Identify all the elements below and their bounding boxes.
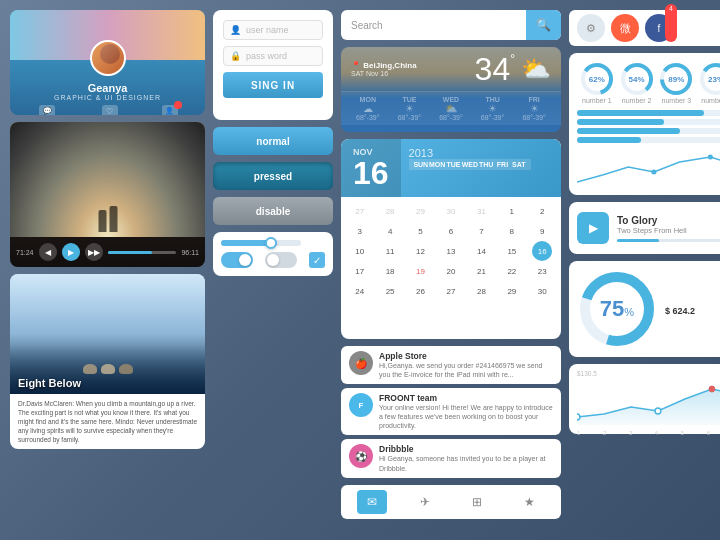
music-info: To Glory Two Steps From Hell — [617, 215, 720, 242]
signin-button[interactable]: SING IN — [223, 72, 323, 98]
notification-apple[interactable]: 🍎 Apple Store Hi,Geanya. we send you ord… — [341, 346, 561, 384]
search-input[interactable]: Search — [351, 20, 526, 31]
column-2: 👤 user name 🔒 pass word SING IN normal p… — [213, 10, 333, 530]
bar-fill-1 — [577, 110, 704, 116]
cal-cell-2-2[interactable]: 12 — [411, 241, 431, 261]
weather-card: 📍 BeiJing,China SAT Nov 16 34° ⛅ — [341, 47, 561, 132]
cal-cell-4-1[interactable]: 25 — [380, 281, 400, 301]
notification-dribbble[interactable]: ⚽ Dribbble Hi Geanya, someone has invite… — [341, 439, 561, 477]
bar-fill-4 — [577, 137, 641, 143]
search-button[interactable]: 🔍 — [526, 10, 561, 40]
cal-cell-1-0[interactable]: 3 — [350, 221, 370, 241]
cal-cell-2-5[interactable]: 15 — [502, 241, 522, 261]
video-progress[interactable] — [108, 251, 177, 254]
cal-cell-0-2[interactable]: 29 — [411, 201, 431, 221]
cal-cell-4-6[interactable]: 30 — [532, 281, 552, 301]
notifications: 🍎 Apple Store Hi,Geanya. we send you ord… — [341, 346, 561, 478]
username-placeholder: user name — [246, 25, 289, 35]
tab-mail[interactable]: ✉ — [357, 490, 387, 514]
notif-apple-content: Apple Store Hi,Geanya. we send you order… — [379, 351, 553, 379]
cal-cell-3-6[interactable]: 23 — [532, 261, 552, 281]
music-progress-bar[interactable] — [617, 239, 720, 242]
cal-cell-1-4[interactable]: 7 — [471, 221, 491, 241]
cal-cell-2-4[interactable]: 14 — [471, 241, 491, 261]
normal-button[interactable]: normal — [213, 127, 333, 155]
fb-wrapper: f 4 — [645, 14, 677, 42]
cal-cell-0-1[interactable]: 28 — [380, 201, 400, 221]
social-icons: ⚙ 微 f 4 — [569, 10, 720, 46]
movie-image: Eight Below — [10, 274, 205, 394]
music-play-button[interactable]: ▶ — [577, 212, 609, 244]
slider[interactable] — [221, 240, 301, 246]
settings-button[interactable]: ⚙ — [577, 14, 605, 42]
total-time: 96:11 — [181, 249, 199, 256]
heart-icon — [102, 105, 118, 115]
cal-week-0: 27 28 29 30 31 1 2 — [345, 201, 557, 221]
big-donut-card: 75% $ 624.2 — [569, 261, 720, 357]
x-label-2: 2 — [603, 430, 606, 436]
cal-cell-1-5[interactable]: 8 — [502, 221, 522, 241]
cal-cell-4-4[interactable]: 28 — [471, 281, 491, 301]
disable-button: disable — [213, 197, 333, 225]
dow-sat: SAT — [511, 161, 527, 168]
notif-froont-content: FROONT team Your online version! Hi ther… — [379, 393, 553, 430]
cal-cell-4-0[interactable]: 24 — [350, 281, 370, 301]
calendar-header: NOV 16 2013 SUN MON TUE WED THU FRI SAT — [341, 139, 561, 197]
cal-cell-4-2[interactable]: 26 — [411, 281, 431, 301]
cal-cell-3-0[interactable]: 17 — [350, 261, 370, 281]
cal-cell-0-0[interactable]: 27 — [350, 201, 370, 221]
bar-track-4 — [577, 137, 720, 143]
profile-title: GRAPHIC & UI DESIGNER — [10, 94, 205, 101]
tab-send[interactable]: ✈ — [410, 490, 440, 514]
tab-grid[interactable]: ⊞ — [462, 490, 492, 514]
svg-point-15 — [577, 414, 580, 420]
cal-cell-4-5[interactable]: 29 — [502, 281, 522, 301]
cal-cell-0-4[interactable]: 31 — [471, 201, 491, 221]
cal-cell-3-5[interactable]: 22 — [502, 261, 522, 281]
cal-cell-1-1[interactable]: 4 — [380, 221, 400, 241]
cal-cell-today[interactable]: 16 — [532, 241, 552, 261]
donut-1-label: number 1 — [579, 97, 615, 104]
message-icon — [39, 105, 55, 115]
slider-fill — [221, 240, 269, 246]
checkbox[interactable]: ✓ — [309, 252, 325, 268]
username-field[interactable]: 👤 user name — [223, 20, 323, 40]
profile-card: Geanya GRAPHIC & UI DESIGNER 1245 521 26… — [10, 10, 205, 115]
video-figures — [98, 206, 117, 232]
cal-cell-0-5[interactable]: 1 — [502, 201, 522, 221]
pressed-button[interactable]: pressed — [213, 162, 333, 190]
toggle-on[interactable] — [221, 252, 253, 268]
notif-dribbble-content: Dribbble Hi Geanya, someone has invited … — [379, 444, 553, 472]
rewind-button[interactable]: ◀ — [39, 243, 57, 261]
cal-cell-1-6[interactable]: 9 — [532, 221, 552, 241]
video-thumbnail — [10, 122, 205, 237]
cal-cell-2-3[interactable]: 13 — [441, 241, 461, 261]
cal-cell-2-1[interactable]: 11 — [380, 241, 400, 261]
notif-apple-title: Apple Store — [379, 351, 553, 361]
figure-2 — [109, 206, 117, 232]
cal-cell-1-2[interactable]: 5 — [411, 221, 431, 241]
weather-unit: ° — [510, 52, 515, 66]
movie-card: Eight Below Dr.Davis McClaren: When you … — [10, 274, 205, 449]
cal-cell-0-6[interactable]: 2 — [532, 201, 552, 221]
cal-cell-3-4[interactable]: 21 — [471, 261, 491, 281]
slider-row — [221, 240, 325, 246]
froont-icon: F — [349, 393, 373, 417]
profile-stats: 1245 521 269 — [10, 101, 205, 115]
cal-cell-2-0[interactable]: 10 — [350, 241, 370, 261]
notification-froont[interactable]: F FROONT team Your online version! Hi th… — [341, 388, 561, 435]
toggle-off[interactable] — [265, 252, 297, 268]
cal-cell-1-3[interactable]: 6 — [441, 221, 461, 241]
percent-symbol: % — [624, 306, 634, 318]
user-input-icon: 👤 — [230, 25, 241, 35]
password-field[interactable]: 🔒 pass word — [223, 46, 323, 66]
tab-star[interactable]: ★ — [515, 490, 545, 514]
weibo-button[interactable]: 微 — [611, 14, 639, 42]
play-pause-button[interactable]: ▶ — [62, 243, 80, 261]
cal-cell-3-3[interactable]: 20 — [441, 261, 461, 281]
cal-cell-4-3[interactable]: 27 — [441, 281, 461, 301]
cal-cell-0-3[interactable]: 30 — [441, 201, 461, 221]
cal-cell-3-2[interactable]: 19 — [411, 261, 431, 281]
forward-button[interactable]: ▶▶ — [85, 243, 103, 261]
cal-cell-3-1[interactable]: 18 — [380, 261, 400, 281]
